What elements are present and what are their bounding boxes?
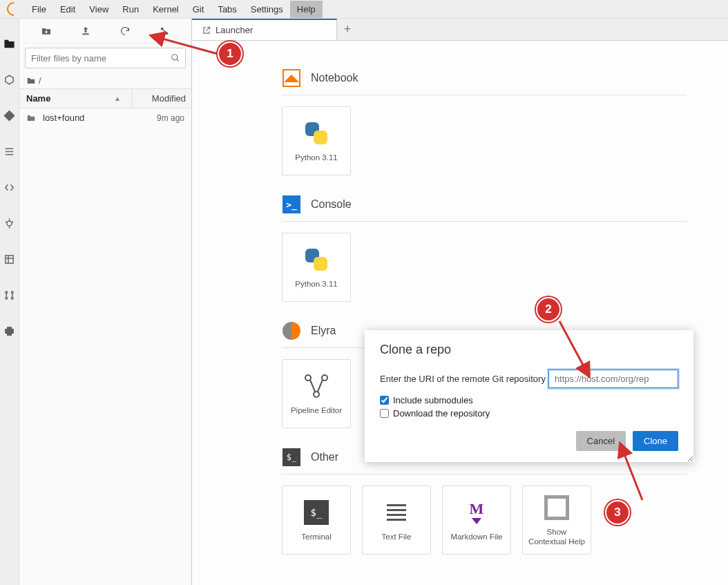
launcher-card-pipeline[interactable]: Pipeline Editor [282,359,351,428]
console-section-icon: >_ [282,195,300,213]
svg-point-16 [6,297,8,299]
download-label: Download the repository [393,408,490,419]
clone-repo-dialog: Clone a repo Enter the URI of the remote… [365,330,693,462]
elyra-section-icon [282,322,300,340]
svg-line-31 [310,380,315,392]
column-name-header[interactable]: Name ▲ [19,89,133,108]
launcher-card-terminal[interactable]: $_Terminal [282,486,351,555]
list-icon[interactable] [1,143,18,160]
activity-bar [0,19,19,585]
card-label: Python 3.11 [295,153,337,163]
code-icon[interactable] [1,179,18,195]
section-title: Elyra [311,325,336,337]
arrow-annotation-1 [155,36,223,62]
folder-icon [26,76,36,86]
menu-tabs[interactable]: Tabs [211,1,243,18]
callout-3-number: 3 [614,506,620,519]
callout-1-number: 1 [227,47,233,61]
component-icon[interactable] [1,287,18,303]
svg-point-28 [305,375,311,381]
launcher-card-python[interactable]: Python 3.11 [282,106,351,175]
new-tab-button[interactable]: + [337,19,358,40]
file-list-header: Name ▲ Modified [19,88,191,108]
menu-file[interactable]: File [25,1,53,18]
svg-point-15 [11,291,13,293]
folder-icon[interactable] [1,35,18,52]
launcher-card-textfile[interactable]: Text File [362,486,431,555]
filter-files-input[interactable] [26,53,166,64]
debug-icon[interactable] [1,215,18,231]
uri-label: Enter the URI of the remote Git reposito… [380,374,546,384]
dialog-title: Clone a repo [380,343,678,357]
download-checkbox[interactable] [380,409,389,418]
folder-icon [26,113,39,123]
python-icon [303,246,330,274]
launcher-section-header: Notebook [282,68,687,95]
section-title: Other [311,451,338,463]
new-folder-icon[interactable] [38,23,55,39]
callout-2-number: 2 [545,303,551,316]
menu-git[interactable]: Git [186,1,211,18]
tab-label: Launcher [215,25,253,35]
terminal-icon: $_ [304,500,329,525]
python-icon [303,119,330,147]
submodules-label: Include submodules [393,395,473,405]
card-label: Show Contextual Help [527,528,586,547]
arrow-annotation-2 [556,318,591,373]
menubar: FileEditViewRunKernelGitTabsSettingsHelp [0,0,728,19]
launcher-card-row: Python 3.11 [282,106,687,175]
pipeline-icon [303,372,330,400]
launcher-section-header: >_Console [282,195,687,222]
clone-button[interactable]: Clone [633,431,678,451]
column-name-label: Name [26,93,50,104]
hexagon-icon[interactable] [1,71,18,88]
arrow-annotation-3 [622,449,656,504]
svg-marker-0 [6,75,13,84]
markdown-icon: M [464,500,489,525]
file-name: lost+found [43,113,157,123]
card-label: Markdown File [451,533,503,542]
tab-bar: Launcher + [192,19,728,41]
help-icon [544,495,569,520]
svg-rect-11 [6,255,13,262]
submodules-checkbox[interactable] [380,396,389,405]
svg-point-1 [8,113,10,114]
svg-rect-22 [82,33,88,35]
launcher-card-python[interactable]: Python 3.11 [282,233,351,302]
menu-edit[interactable]: Edit [53,1,82,18]
svg-point-17 [11,297,13,299]
file-row[interactable]: lost+found9m ago [19,108,191,127]
callout-2: 2 [536,297,561,322]
breadcrumb[interactable]: / [19,73,191,88]
textfile-icon [384,500,409,525]
svg-line-10 [12,221,13,222]
svg-line-36 [559,321,584,366]
git-icon[interactable] [1,107,18,124]
menu-settings[interactable]: Settings [244,1,290,18]
table-icon[interactable] [1,251,18,267]
svg-point-2 [8,117,10,118]
card-label: Pipeline Editor [291,406,342,416]
refresh-icon[interactable] [117,23,133,39]
upload-icon[interactable] [77,23,94,39]
puzzle-icon[interactable] [1,323,18,339]
launcher-card-help[interactable]: Show Contextual Help [522,486,591,555]
file-browser-sidebar: / Name ▲ Modified lost+found9m ago [19,19,192,585]
launcher-card-markdown[interactable]: MMarkdown File [442,486,511,555]
sort-ascending-icon: ▲ [114,95,121,102]
menu-help[interactable]: Help [290,1,323,18]
menu-run[interactable]: Run [115,1,146,18]
breadcrumb-path: / [39,75,41,86]
plus-icon: + [344,22,352,37]
svg-point-6 [7,220,12,225]
svg-line-38 [624,454,642,500]
section-title: Console [311,198,352,211]
menu-view[interactable]: View [82,1,115,18]
card-label: Text File [382,533,412,542]
callout-3: 3 [605,500,630,525]
column-modified-header[interactable]: Modified [133,89,191,108]
callout-1: 1 [218,41,242,66]
menu-kernel[interactable]: Kernel [146,1,186,18]
jupyter-logo-icon [4,0,23,19]
cancel-button[interactable]: Cancel [576,431,626,451]
